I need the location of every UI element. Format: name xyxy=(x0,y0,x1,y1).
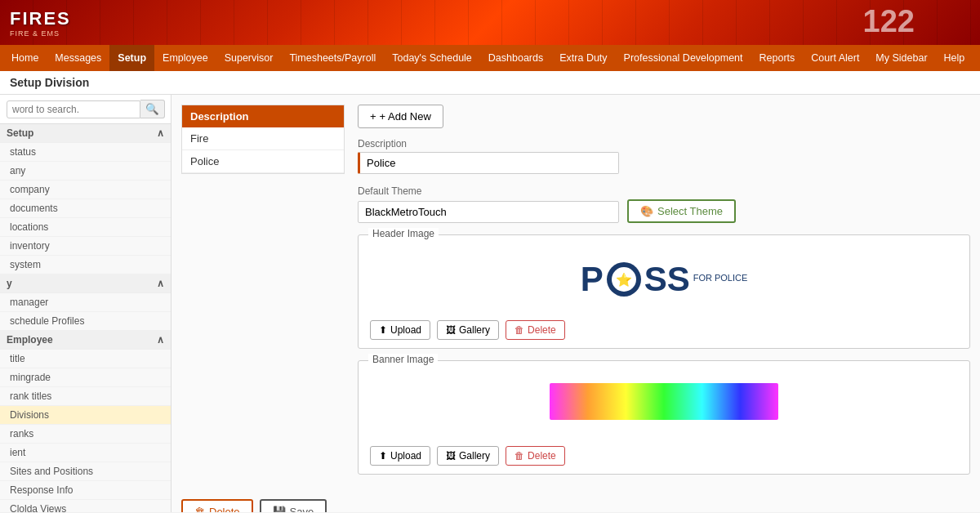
sidebar-item-documents[interactable]: documents xyxy=(0,199,171,218)
nav-timesheets[interactable]: Timesheets/Payroll xyxy=(281,45,384,71)
select-theme-button[interactable]: 🎨 Select Theme xyxy=(627,199,736,223)
upload-banner-button[interactable]: ⬆ Upload xyxy=(370,446,430,466)
plus-icon: + xyxy=(370,110,376,123)
banner-image-actions: ⬆ Upload 🖼 Gallery 🗑 Delete xyxy=(370,446,958,466)
default-theme-group: Default Theme 🎨 Select Theme xyxy=(358,185,970,223)
sidebar-item-divisions[interactable]: Divisions xyxy=(0,406,171,425)
delete-button[interactable]: 🗑 Delete xyxy=(181,499,253,512)
nav-supervisor[interactable]: Supervisor xyxy=(216,45,282,71)
header-banner: FIRES FIRE & EMS 122 xyxy=(0,0,980,45)
banner-image-title: Banner Image xyxy=(368,354,438,365)
logo-text: FIRES xyxy=(10,8,71,29)
logo-area: FIRES FIRE & EMS xyxy=(0,3,81,42)
main-layout: 🔍 Setup ∧ status any company documents l… xyxy=(0,95,980,512)
upload-header-button[interactable]: ⬆ Upload xyxy=(370,320,430,340)
nav-schedule[interactable]: Today's Schedule xyxy=(384,45,480,71)
table-row[interactable]: Fire xyxy=(182,127,344,150)
sidebar-item-title[interactable]: title xyxy=(0,350,171,368)
division-table: Description Fire Police xyxy=(181,105,345,174)
nav-help[interactable]: Help xyxy=(936,45,973,71)
sidebar-item-clolda-views[interactable]: Clolda Views xyxy=(0,500,171,512)
upload-banner-label: Upload xyxy=(390,450,421,462)
save-icon: 💾 xyxy=(273,506,286,512)
sidebar-section-y[interactable]: y ∧ xyxy=(0,274,171,293)
sidebar-item-inventory[interactable]: inventory xyxy=(0,237,171,256)
add-new-button[interactable]: + + Add New xyxy=(358,105,443,128)
sidebar-item-schedule-profiles[interactable]: schedule Profiles xyxy=(0,312,171,331)
poss-ss: SS xyxy=(644,260,690,299)
description-input[interactable] xyxy=(358,152,619,174)
bottom-buttons: 🗑 Delete 💾 Save xyxy=(181,499,970,512)
sidebar-item-mingrade[interactable]: mingrade xyxy=(0,368,171,387)
delete-header-button[interactable]: 🗑 Delete xyxy=(506,320,565,340)
header-image-preview: P ⭐ SS FOR POLICE xyxy=(370,247,958,312)
header-image-section: Header Image P ⭐ SS xyxy=(358,234,970,349)
chevron-up-icon: ∧ xyxy=(157,127,164,139)
banner-number: 122 xyxy=(863,4,915,39)
sidebar-item-sites[interactable]: Sites and Positions xyxy=(0,462,171,481)
nav-reports[interactable]: Reports xyxy=(751,45,804,71)
nav-my-sidebar[interactable]: My Sidebar xyxy=(867,45,935,71)
palette-icon: 🎨 xyxy=(640,205,653,217)
logo-sub: FIRE & EMS xyxy=(10,29,71,38)
header-image-actions: ⬆ Upload 🖼 Gallery 🗑 Delete xyxy=(370,320,958,340)
nav-dashboards[interactable]: Dashboards xyxy=(480,45,551,71)
sidebar-item-ranks[interactable]: ranks xyxy=(0,425,171,444)
sidebar: 🔍 Setup ∧ status any company documents l… xyxy=(0,95,172,512)
delete-banner-button[interactable]: 🗑 Delete xyxy=(506,446,565,466)
default-theme-label: Default Theme xyxy=(358,185,970,197)
search-input[interactable] xyxy=(7,100,140,118)
sidebar-item-manager[interactable]: manager xyxy=(0,293,171,312)
content-area: + + Add New Description Fire Police Desc… xyxy=(172,95,980,512)
sidebar-item-company[interactable]: company xyxy=(0,181,171,199)
table-row[interactable]: Police xyxy=(182,150,344,173)
header-image-title: Header Image xyxy=(368,228,439,239)
gallery-banner-label: Gallery xyxy=(459,450,490,462)
upload-banner-icon: ⬆ xyxy=(379,450,387,462)
nav-extra-duty[interactable]: Extra Duty xyxy=(551,45,615,71)
banner-preview-display xyxy=(550,383,778,420)
gallery-banner-button[interactable]: 🖼 Gallery xyxy=(437,446,499,466)
gallery-header-button[interactable]: 🖼 Gallery xyxy=(437,320,499,340)
save-button[interactable]: 💾 Save xyxy=(260,499,327,512)
sidebar-section-employee[interactable]: Employee ∧ xyxy=(0,331,171,350)
trash-banner-icon: 🗑 xyxy=(514,450,524,462)
search-button[interactable]: 🔍 xyxy=(140,100,165,118)
select-theme-label: Select Theme xyxy=(657,205,723,217)
sidebar-item-system[interactable]: system xyxy=(0,256,171,274)
delete-banner-label: Delete xyxy=(528,450,556,462)
nav-setup[interactable]: Setup xyxy=(109,45,154,71)
theme-row: 🎨 Select Theme xyxy=(358,199,970,223)
nav-employee[interactable]: Employee xyxy=(154,45,216,71)
table-column-header: Description xyxy=(190,110,249,123)
sidebar-item-rank-titles[interactable]: rank titles xyxy=(0,387,171,406)
chevron-up-icon-y: ∧ xyxy=(157,278,164,289)
sidebar-item-locations[interactable]: locations xyxy=(0,218,171,237)
nav-messages[interactable]: Messages xyxy=(47,45,109,71)
save-btn-label: Save xyxy=(290,506,314,512)
nav-prof-dev[interactable]: Professional Development xyxy=(616,45,751,71)
sidebar-item-status[interactable]: status xyxy=(0,143,171,162)
sub-header: Setup Division xyxy=(0,71,980,95)
poss-logo: P ⭐ SS FOR POLICE xyxy=(581,260,748,299)
gallery-label: Gallery xyxy=(459,324,490,336)
page-title: Setup Division xyxy=(10,76,89,89)
gallery-icon: 🖼 xyxy=(446,324,456,336)
sidebar-item-ient[interactable]: ient xyxy=(0,444,171,462)
nav-court-alert[interactable]: Court Alert xyxy=(803,45,867,71)
banner-image-preview xyxy=(370,372,958,438)
header-image-content: P ⭐ SS FOR POLICE xyxy=(359,235,969,348)
banner-image-content: ⬆ Upload 🖼 Gallery 🗑 Delete xyxy=(359,361,969,474)
sidebar-item-response-info[interactable]: Response Info xyxy=(0,481,171,500)
upload-icon: ⬆ xyxy=(379,324,387,336)
sidebar-item-any[interactable]: any xyxy=(0,162,171,181)
poss-badge: ⭐ xyxy=(607,262,641,297)
nav-home[interactable]: Home xyxy=(3,45,47,71)
sidebar-section-setup[interactable]: Setup ∧ xyxy=(0,124,171,143)
default-theme-input[interactable] xyxy=(358,201,619,223)
poss-circle-inner: ⭐ xyxy=(612,267,636,292)
sidebar-section-label-y: y xyxy=(7,278,12,289)
form-area: Description Default Theme 🎨 Select Theme… xyxy=(358,138,970,486)
row-label-police: Police xyxy=(190,155,219,167)
gallery-banner-icon: 🖼 xyxy=(446,450,456,462)
